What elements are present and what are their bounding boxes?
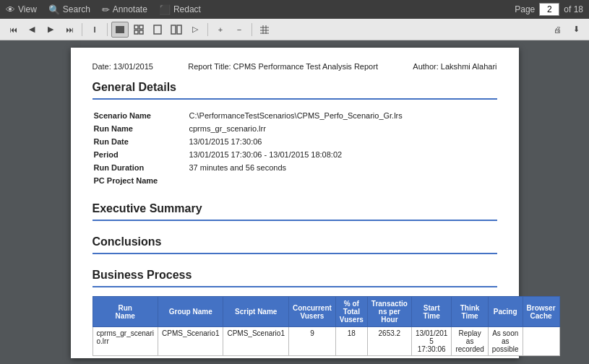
col-run-name: RunName <box>93 297 158 327</box>
details-table: Scenario Name C:\PerformanceTestScenario… <box>93 108 497 188</box>
col-group-name: Group Name <box>158 297 223 327</box>
pdf-viewer[interactable]: Date: 13/01/2015 Report Title: CPMS Perf… <box>0 40 589 364</box>
table-row: cprms_gr_scenario.lrr CPMS_Scenario1 CPM… <box>93 327 559 356</box>
table-row: PC Project Name <box>94 175 496 186</box>
view-menu[interactable]: 👁 View <box>6 4 37 15</box>
pdf-page: Date: 13/01/2015 Report Title: CPMS Perf… <box>71 48 519 358</box>
field-label: Run Name <box>94 123 188 134</box>
table-row: Period 13/01/2015 17:30:06 - 13/01/2015 … <box>94 149 496 160</box>
cell-browser-cache <box>523 327 559 356</box>
page-info: Page of 18 <box>515 3 583 16</box>
layout-single-icon <box>152 25 163 35</box>
annotate-label: Annotate <box>113 4 147 14</box>
field-value: 13/01/2015 17:30:06 - 13/01/2015 18:08:0… <box>189 149 496 160</box>
svg-rect-0 <box>116 26 124 33</box>
layout-double-icon <box>171 25 182 35</box>
next-page-btn[interactable]: ▶ <box>42 22 59 38</box>
top-toolbar: 👁 View 🔍 Search ✏ Annotate ⬛ Redact Page… <box>0 0 589 19</box>
cell-start-time: 13/01/201517:30:06 <box>411 327 452 356</box>
col-script-name: Script Name <box>223 297 288 327</box>
field-label: Period <box>94 149 188 160</box>
layout-double-btn[interactable] <box>168 22 185 38</box>
table-row: Run Date 13/01/2015 17:30:06 <box>94 136 496 147</box>
view-label: View <box>18 4 37 14</box>
business-process-section: Business Process RunName Group Name Scri… <box>93 269 497 356</box>
snapshot-icon <box>115 25 125 35</box>
col-transactions: Transactions perHour <box>367 297 411 327</box>
business-process-table: RunName Group Name Script Name Concurren… <box>93 296 560 356</box>
cell-run-name: cprms_gr_scenario.lrr <box>93 327 158 356</box>
general-details-title: General Details <box>93 81 497 94</box>
table-row: Run Name cprms_gr_scenario.lrr <box>94 123 496 134</box>
search-label: Search <box>63 4 90 14</box>
svg-rect-7 <box>177 25 181 34</box>
svg-rect-2 <box>139 25 143 29</box>
cell-group-name: CPMS_Scenario1 <box>158 327 223 356</box>
download-btn[interactable]: ⬇ <box>567 22 585 38</box>
field-value: cprms_gr_scenario.lrr <box>189 123 496 134</box>
content-area: Date: 13/01/2015 Report Title: CPMS Perf… <box>0 40 589 364</box>
report-date: Date: 13/01/2015 <box>93 62 153 71</box>
annotate-menu[interactable]: ✏ Annotate <box>102 4 147 15</box>
general-details-divider <box>93 98 497 100</box>
svg-rect-1 <box>134 25 138 29</box>
zoom-out-btn[interactable]: − <box>231 22 248 38</box>
zoom-in-btn[interactable]: + <box>212 22 229 38</box>
report-author: Author: Lakshmi Alahari <box>413 62 496 71</box>
layout-grid-btn[interactable] <box>130 22 147 38</box>
cell-transactions: 2653.2 <box>367 327 411 356</box>
search-icon: 🔍 <box>48 4 60 15</box>
col-think-time: Think Time <box>452 297 488 327</box>
field-value: 37 minutes and 56 seconds <box>189 162 496 173</box>
field-label: PC Project Name <box>94 175 188 186</box>
first-page-btn[interactable]: ⏮ <box>4 22 22 38</box>
cell-pacing: As soonaspossible <box>488 327 523 356</box>
col-pct-total: % of TotalVusers <box>335 297 367 327</box>
search-menu[interactable]: 🔍 Search <box>48 4 90 15</box>
cell-think-time: Replay asrecorded <box>452 327 488 356</box>
sep4 <box>251 23 252 36</box>
general-details-section: General Details Scenario Name C:\Perform… <box>93 81 497 188</box>
sep2 <box>107 23 108 36</box>
svg-rect-4 <box>139 30 143 34</box>
field-label: Scenario Name <box>94 110 188 121</box>
continuous-btn[interactable]: ▷ <box>186 22 204 38</box>
sep3 <box>207 23 208 36</box>
annotate-icon: ✏ <box>102 4 110 15</box>
redact-label: Redact <box>173 4 201 14</box>
sep1 <box>82 23 82 36</box>
business-process-title: Business Process <box>93 269 497 282</box>
prev-page-btn[interactable]: ◀ <box>23 22 40 38</box>
redact-menu[interactable]: ⬛ Redact <box>159 4 201 15</box>
grid-view-icon <box>259 25 270 35</box>
table-header-row: RunName Group Name Script Name Concurren… <box>93 297 559 327</box>
field-label: Run Date <box>94 136 188 147</box>
last-page-btn[interactable]: ⏭ <box>61 22 78 38</box>
layout-single-btn[interactable] <box>149 22 166 38</box>
cell-concurrent-vusers: 9 <box>288 327 335 356</box>
svg-rect-6 <box>171 25 176 34</box>
view-icon: 👁 <box>6 4 15 15</box>
svg-rect-5 <box>154 25 161 34</box>
conclusions-section: Conclusions <box>93 235 497 254</box>
executive-summary-divider <box>93 220 497 221</box>
field-value: 13/01/2015 17:30:06 <box>189 136 496 147</box>
layout-grid-icon <box>134 25 144 35</box>
field-value <box>189 175 496 186</box>
cell-pct-total: 18 <box>335 327 367 356</box>
print-btn[interactable]: 🖨 <box>549 22 566 38</box>
snapshot-btn[interactable] <box>111 22 129 38</box>
select-text-btn[interactable]: I <box>86 22 103 38</box>
page-label: Page <box>515 4 535 14</box>
svg-rect-3 <box>134 30 138 34</box>
field-value: C:\PerformanceTestScenarios\CPMS_Perfo_S… <box>189 110 496 121</box>
grid-view-btn[interactable] <box>256 22 273 38</box>
col-concurrent-vusers: ConcurrentVusers <box>288 297 335 327</box>
report-title: Report Title: CPMS Performance Test Anal… <box>188 62 378 71</box>
conclusions-divider <box>93 253 497 254</box>
page-of-label: of 18 <box>564 4 583 14</box>
table-row: Run Duration 37 minutes and 56 seconds <box>94 162 496 173</box>
page-number-input[interactable] <box>539 3 559 16</box>
executive-summary-section: Executive Summary <box>93 202 497 221</box>
executive-summary-title: Executive Summary <box>93 202 497 215</box>
